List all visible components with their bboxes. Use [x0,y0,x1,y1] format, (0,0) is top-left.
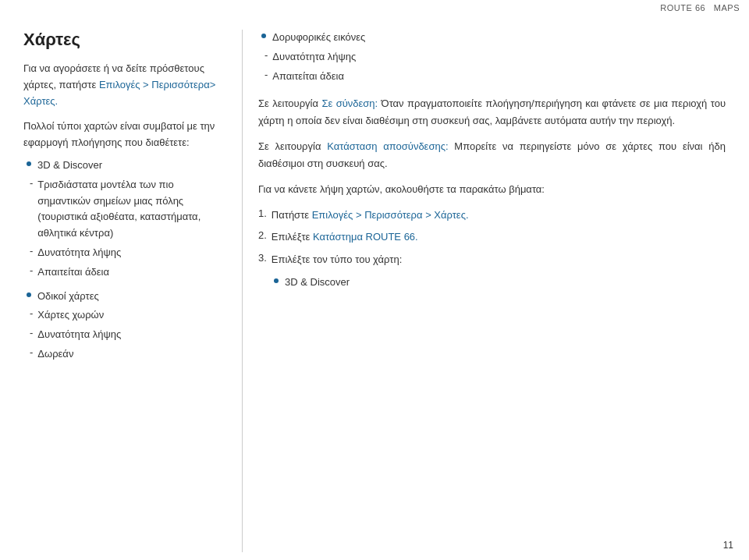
step-text-1: Πατήστε Επιλογές > Περισσότερα > Χάρτες. [272,207,469,224]
content-wrapper: Χάρτες Για να αγοράσετε ή να δείτε πρόσθ… [0,0,749,560]
dash-item-4: - Χάρτες χωρών [23,307,226,324]
final-bullet-label: 3D & Discover [285,275,350,291]
connected-link[interactable]: Σε σύνδεση: [321,97,378,109]
dash-text-1: Τρισδιάστατα μοντέλα των πιο σημαντικών … [37,177,226,242]
right-dash-text-2: Απαιτείται άδεια [272,69,344,85]
final-bullet-dot [274,278,279,283]
dash-symbol-6: - [30,346,33,358]
step-2-link[interactable]: Κατάστημα ROUTE 66. [313,231,418,243]
page-header: ROUTE 66 Maps [651,0,749,16]
connected-paragraph: Σε λειτουργία Σε σύνδεση: Όταν πραγματοπ… [258,95,726,129]
right-dash-text-1: Δυνατότητα λήψης [272,49,356,66]
right-dash-1: - [264,49,268,61]
bullet-item-3d: 3D & Discover [23,158,226,174]
right-dash-2: - [264,69,268,80]
bullet-dot-satellite [261,34,266,38]
step-number-3: 3. [258,252,267,264]
bullet-label-3d: 3D & Discover [37,158,102,174]
step-number-1: 1. [258,207,267,219]
final-bullet-item: 3D & Discover [258,275,726,291]
dash-symbol: - [30,177,33,189]
dash-symbol-2: - [30,245,33,257]
dash-symbol-4: - [30,307,33,319]
right-dash-item-2: - Απαιτείται άδεια [258,69,726,85]
step-3: 3. Επιλέξτε τον τύπο του χάρτη: [258,252,726,268]
dash-text-5: Δυνατότητα λήψης [37,327,121,343]
dash-text-6: Δωρεάν [37,346,73,363]
page-title: Χάρτες [23,30,226,50]
dash-symbol-5: - [30,327,33,338]
dash-item-6: - Δωρεάν [23,346,226,363]
bullet-item-satellite: Δορυφορικές εικόνες [258,30,726,46]
disconnected-paragraph: Σε λειτουργία Κατάσταση αποσύνδεσης: Μπο… [258,138,726,172]
bullet-item-road: Οδικοί χάρτες [23,289,226,305]
dash-item-3: - Απαιτείται άδεια [23,264,226,281]
dash-text-3: Απαιτείται άδεια [37,264,109,281]
step-text-3: Επιλέξτε τον τύπο του χάρτη: [272,252,402,268]
dash-text-4: Χάρτες χωρών [37,307,104,324]
dash-text-2: Δυνατότητα λήψης [37,245,121,261]
dash-item-2: - Δυνατότητα λήψης [23,245,226,261]
dash-item-1: - Τρισδιάστατα μοντέλα των πιο σημαντικώ… [23,177,226,242]
bullet-dot [27,161,31,166]
page-number: 11 [723,540,733,551]
step-number-2: 2. [258,229,267,241]
left-column: Χάρτες Για να αγοράσετε ή να δείτε πρόσθ… [0,22,242,560]
download-label: Για να κάνετε λήψη χαρτών, ακολουθήστε τ… [258,181,726,197]
dash-symbol-3: - [30,264,33,276]
dash-item-5: - Δυνατότητα λήψης [23,327,226,343]
disconnected-link[interactable]: Κατάσταση αποσύνδεσης: [327,140,448,152]
step-1-link[interactable]: Επιλογές > Περισσότερα > Χάρτες. [312,209,469,221]
right-dash-item-1: - Δυνατότητα λήψης [258,49,726,66]
step-text-2: Επιλέξτε Κατάστημα ROUTE 66. [272,229,418,246]
bullet-label-road: Οδικοί χάρτες [37,289,99,305]
intro-paragraph: Για να αγοράσετε ή να δείτε πρόσθετους χ… [23,61,226,109]
step-1: 1. Πατήστε Επιλογές > Περισσότερα > Χάρτ… [258,207,726,224]
brand-subtitle: Maps [714,3,740,12]
section-label: Πολλοί τύποι χαρτών είναι συμβατοί με τη… [23,119,226,151]
bullet-dot-road [27,292,31,297]
brand-text: ROUTE 66 [660,3,705,12]
right-column: Δορυφορικές εικόνες - Δυνατότητα λήψης -… [243,22,749,560]
step-2: 2. Επιλέξτε Κατάστημα ROUTE 66. [258,229,726,246]
steps-list: 1. Πατήστε Επιλογές > Περισσότερα > Χάρτ… [258,207,726,268]
bullet-label-satellite: Δορυφορικές εικόνες [272,30,365,46]
